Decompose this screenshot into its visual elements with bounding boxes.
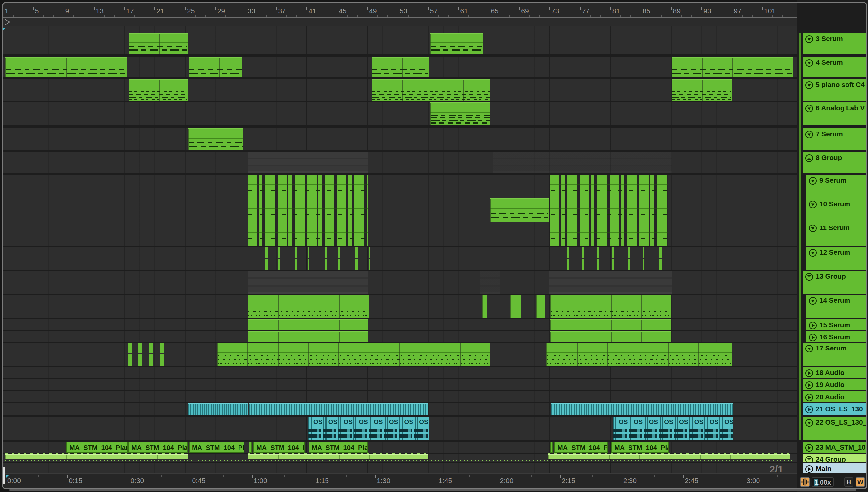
stab-clip[interactable] — [138, 343, 142, 366]
midi-clip[interactable] — [430, 33, 483, 54]
horizontal-scrollbar[interactable] — [9, 489, 856, 491]
stab-clip[interactable] — [308, 247, 309, 270]
midi-clip[interactable] — [129, 33, 188, 54]
midi-clip[interactable] — [129, 79, 188, 101]
audio-sliced-clip[interactable] — [188, 403, 248, 415]
audio-clip[interactable]: MA_STM_104_Pian — [67, 442, 128, 453]
scrub-area[interactable] — [3, 18, 797, 26]
midi-clip[interactable] — [248, 295, 369, 318]
track-header-14-serum[interactable]: 14 Serum — [806, 295, 867, 318]
stab-clip[interactable] — [368, 247, 370, 270]
audio-sliced-clip[interactable] — [551, 403, 733, 415]
group-ghost-clip[interactable] — [248, 152, 367, 173]
chopped-midi-clip[interactable] — [550, 198, 668, 222]
fold-icon[interactable] — [805, 130, 814, 140]
arrangement-grid[interactable]: 2/1 OSOSOSOSOSOSOSOSOSOSOSOSOSOSOSOSMA_S… — [3, 26, 797, 473]
stab-clip[interactable] — [160, 343, 164, 366]
height-zoom-button[interactable]: H — [844, 477, 853, 487]
track-header-7-serum[interactable]: 7 Serum — [802, 128, 867, 150]
audio-clip[interactable]: MA_STM_104_Pia — [189, 442, 244, 453]
stab-clip[interactable] — [355, 247, 358, 270]
track-header-13-group[interactable]: 13 Group — [802, 271, 867, 294]
play-icon[interactable] — [809, 321, 817, 331]
track-header-8-group[interactable]: 8 Group — [802, 152, 867, 173]
fold-icon[interactable] — [805, 81, 814, 91]
track-header-4-serum[interactable]: 4 Serum — [802, 57, 867, 77]
play-icon[interactable] — [805, 369, 814, 378]
fold-icon[interactable] — [809, 249, 817, 258]
chopped-midi-clip[interactable] — [248, 198, 367, 222]
midi-clip[interactable] — [510, 295, 521, 318]
track-header-24-group[interactable]: 24 Group — [802, 453, 867, 462]
fold-icon[interactable] — [805, 419, 814, 428]
play-icon[interactable] — [805, 393, 814, 403]
track-header-6-analog-lab-v[interactable]: 6 Analog Lab V — [802, 102, 867, 125]
midi-clip[interactable] — [372, 79, 490, 101]
midi-clip[interactable] — [672, 57, 793, 77]
group-ghost-clip[interactable] — [549, 271, 672, 294]
stab-clip[interactable] — [597, 247, 599, 270]
stab-clip[interactable] — [582, 247, 583, 270]
track-header-23-ma-stm-10[interactable]: 23 MA_STM_10 — [802, 442, 867, 453]
midi-clip[interactable] — [372, 57, 429, 77]
stab-clip[interactable] — [128, 343, 132, 366]
fold-icon[interactable] — [805, 345, 814, 354]
track-header-17-serum[interactable]: 17 Serum — [802, 343, 867, 366]
group-icon[interactable] — [805, 154, 814, 164]
track-header-22-os-ls-130-[interactable]: 22 OS_LS_130_ — [802, 417, 867, 440]
track-header-16-serum[interactable]: 16 Serum — [806, 331, 867, 342]
fold-icon[interactable] — [809, 224, 817, 234]
midi-clip[interactable] — [188, 128, 243, 150]
play-icon[interactable] — [805, 444, 814, 453]
midi-clip[interactable] — [547, 343, 732, 366]
stab-clip[interactable] — [325, 247, 328, 270]
track-header-3-serum[interactable]: 3 Serum — [802, 33, 867, 54]
stab-clip[interactable] — [612, 247, 614, 270]
audition-button[interactable] — [800, 477, 810, 487]
play-icon[interactable] — [805, 381, 814, 391]
stab-clip[interactable] — [338, 247, 340, 270]
track-header-12-serum[interactable]: 12 Serum — [806, 247, 867, 270]
group-icon[interactable] — [805, 273, 814, 282]
audio-os-clip[interactable]: OSOSOSOSOSOSOSOS — [613, 417, 733, 440]
midi-clip[interactable] — [672, 79, 732, 101]
track-header-9-serum[interactable]: 9 Serum — [806, 175, 867, 198]
stab-clip[interactable] — [295, 247, 297, 270]
track-header-5-piano-soft-c4[interactable]: 5 piano soft C4 — [802, 79, 867, 101]
audio-clip[interactable]: MA_STM_104_P — [554, 442, 608, 453]
midi-clip[interactable] — [536, 295, 545, 318]
group-summary-band[interactable] — [548, 454, 790, 459]
audio-clip[interactable]: MA_STM_104_Pia — [309, 442, 368, 453]
stab-clip[interactable] — [659, 247, 662, 270]
group-ghost-clip[interactable] — [480, 271, 500, 294]
audio-clip[interactable]: MA_STM_104_P — [254, 442, 305, 453]
stab-clip[interactable] — [643, 247, 644, 270]
width-zoom-button[interactable]: W — [856, 477, 865, 487]
chopped-midi-clip[interactable] — [248, 175, 367, 198]
fold-icon[interactable] — [809, 200, 817, 210]
track-header-15-serum[interactable]: 15 Serum — [806, 319, 867, 330]
stab-clip[interactable] — [149, 343, 153, 366]
stab-clip[interactable] — [278, 247, 280, 270]
chopped-midi-clip[interactable] — [550, 222, 668, 246]
bar-ruler[interactable]: 1591317212529333741454953576165697377818… — [3, 3, 797, 18]
group-ghost-clip[interactable] — [493, 152, 672, 173]
fold-icon[interactable] — [805, 35, 814, 45]
audio-os-clip[interactable]: OSOSOSOSOSOSOSOS — [308, 417, 429, 440]
group-summary-band[interactable] — [248, 454, 428, 459]
midi-clip[interactable] — [490, 198, 549, 222]
audio-clip[interactable]: MA_STM_104_Pia — [611, 442, 669, 453]
group-summary-band[interactable] — [5, 454, 188, 459]
fold-icon[interactable] — [805, 104, 814, 114]
midi-clip[interactable] — [248, 331, 367, 342]
track-header-10-serum[interactable]: 10 Serum — [806, 198, 867, 222]
track-header-20-audio[interactable]: 20 Audio — [802, 392, 867, 402]
time-ruler[interactable]: 0:000:150:300:451:001:151:301:452:002:15… — [3, 473, 797, 488]
play-icon[interactable] — [809, 333, 817, 343]
track-header-18-audio[interactable]: 18 Audio — [802, 367, 867, 378]
midi-clip[interactable] — [550, 331, 671, 342]
midi-clip[interactable] — [189, 57, 242, 77]
midi-clip[interactable] — [482, 295, 487, 318]
audio-sliced-clip[interactable] — [249, 403, 428, 415]
track-header-19-audio[interactable]: 19 Audio — [802, 379, 867, 390]
